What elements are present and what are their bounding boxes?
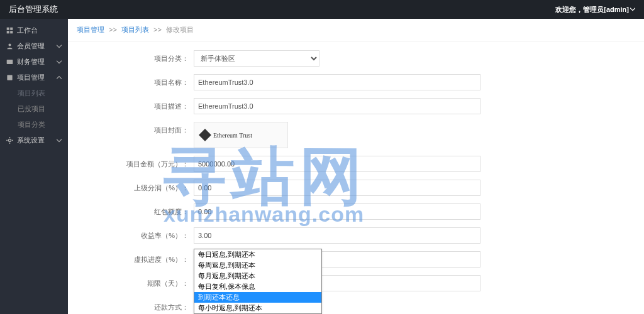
svg-rect-5: [7, 60, 13, 64]
breadcrumb-link-b[interactable]: 项目列表: [121, 26, 149, 33]
label-repay: 还款方式：: [68, 299, 194, 314]
sidebar-item-members[interactable]: 会员管理: [0, 38, 68, 54]
sidebar-item-projects[interactable]: 项目管理: [0, 70, 68, 85]
dropdown-option[interactable]: 每月返息,到期还本: [194, 271, 321, 281]
dropdown-option[interactable]: 每日返息,到期还本: [194, 249, 321, 260]
cover-preview[interactable]: Ethereum Trust: [194, 122, 288, 148]
label-desc: 项目描述：: [68, 98, 194, 114]
sidebar-label: 工作台: [17, 26, 62, 35]
dropdown-option[interactable]: 每日复利,保本保息: [194, 281, 321, 292]
user-menu[interactable]: 欢迎您，管理员[admin]: [555, 5, 635, 14]
breadcrumb-sep: >>: [153, 26, 162, 33]
dropdown-option[interactable]: 每小时返息,到期还本: [194, 303, 321, 313]
dropdown-option-selected[interactable]: 到期还本还息: [194, 292, 321, 303]
sidebar-label: 项目管理: [17, 73, 57, 82]
svg-point-4: [8, 43, 11, 46]
chevron-down-icon: [630, 7, 635, 12]
input-rate[interactable]: [194, 227, 480, 244]
input-desc[interactable]: [194, 98, 480, 114]
welcome-text: 欢迎您，管理员[admin]: [555, 5, 629, 14]
label-parent: 上级分润（%）：: [68, 180, 194, 196]
svg-rect-2: [7, 31, 9, 33]
chevron-down-icon: [57, 44, 62, 49]
cover-text: Ethereum Trust: [213, 132, 252, 139]
edit-project-form: 项目分类： 新手体验区 项目名称： 项目描述： 项目封面：: [68, 41, 644, 314]
wallet-icon: [6, 58, 13, 65]
repay-dropdown[interactable]: 每日返息,到期还本 每周返息,到期还本 每月返息,到期还本 每日复利,保本保息 …: [194, 249, 322, 314]
sidebar-label: 会员管理: [17, 41, 57, 51]
breadcrumb-sep: >>: [109, 26, 117, 33]
dropdown-option[interactable]: 每周返息,到期还本: [194, 260, 321, 271]
input-parent[interactable]: [194, 180, 480, 196]
label-rate: 收益率（%）：: [68, 227, 194, 244]
input-amount[interactable]: [194, 156, 480, 172]
sidebar-item-finance[interactable]: 财务管理: [0, 54, 68, 70]
label-name: 项目名称：: [68, 74, 194, 90]
breadcrumb-current: 修改项目: [166, 26, 194, 33]
chevron-up-icon: [57, 75, 62, 80]
select-category[interactable]: 新手体验区: [194, 50, 319, 67]
input-hongbao[interactable]: [194, 203, 480, 220]
app-header: 后台管理系统 欢迎您，管理员[admin]: [0, 0, 644, 19]
label-cover: 项目封面：: [68, 122, 194, 138]
breadcrumb-link-a[interactable]: 项目管理: [77, 26, 104, 33]
label-amount: 项目金额（万元）：: [68, 156, 194, 172]
label-period: 期限（天）：: [68, 275, 194, 291]
ethereum-icon: [199, 129, 211, 141]
main-content: 项目管理 >> 项目列表 >> 修改项目 项目分类： 新手体验区 项目名称：: [68, 19, 644, 314]
chevron-down-icon: [57, 138, 62, 143]
sidebar-item-settings[interactable]: 系统设置: [0, 133, 68, 148]
sidebar-sub-project-list[interactable]: 项目列表: [0, 85, 68, 101]
input-name[interactable]: [194, 74, 480, 90]
svg-rect-3: [10, 31, 13, 33]
sidebar-label: 系统设置: [17, 136, 57, 145]
label-hongbao: 红包额度：: [68, 203, 194, 220]
app-title: 后台管理系统: [9, 4, 58, 15]
svg-point-7: [8, 139, 11, 141]
sidebar-item-dashboard[interactable]: 工作台: [0, 23, 68, 38]
chevron-down-icon: [57, 60, 62, 65]
sidebar-sub-invested[interactable]: 已投项目: [0, 101, 68, 117]
breadcrumb: 项目管理 >> 项目列表 >> 修改项目: [68, 19, 644, 41]
label-category: 项目分类：: [68, 50, 194, 67]
svg-rect-1: [10, 28, 13, 30]
dashboard-icon: [6, 27, 13, 34]
svg-rect-6: [7, 75, 12, 80]
sidebar-sub-category[interactable]: 项目分类: [0, 117, 68, 133]
users-icon: [6, 43, 13, 50]
svg-rect-0: [7, 28, 9, 30]
project-icon: [6, 74, 13, 81]
label-progress: 虚拟进度（%）：: [68, 251, 194, 268]
gear-icon: [6, 137, 13, 144]
sidebar-label: 财务管理: [17, 57, 57, 67]
sidebar: 工作台 会员管理 财务管理 项目管理 项目列表 已投项目 项目分类: [0, 19, 68, 314]
